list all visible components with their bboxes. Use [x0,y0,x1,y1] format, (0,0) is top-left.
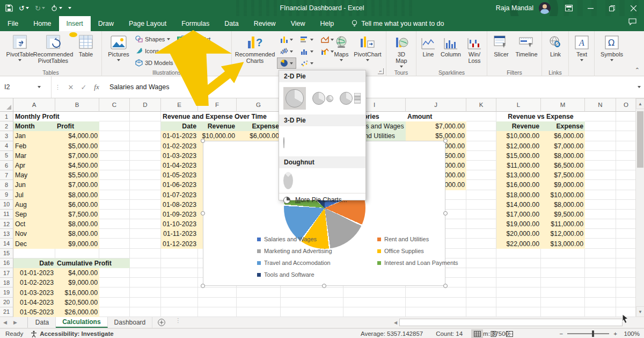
cell-B17[interactable]: $4,000.00 [55,268,99,278]
sparkline-winloss-button[interactable]: Win/ Loss [464,33,485,64]
cell-M4[interactable]: $7,000.00 [541,141,585,151]
ribbon-tab[interactable]: File [0,16,26,31]
row-header-20[interactable]: 20 [0,298,13,307]
cell-E7[interactable]: 01-05-2023 [161,170,198,180]
menu-item-more-pie-charts[interactable]: More Pie Charts... [279,193,365,206]
legend-item[interactable]: Salaries and Wages [257,236,377,242]
cell-E8[interactable]: 01-06-2023 [161,180,198,190]
confirm-entry-icon[interactable]: ✓ [77,83,90,91]
cell-M5[interactable]: $8,000.00 [541,151,585,161]
chart-resize-handle[interactable] [201,284,205,288]
3d-models-button[interactable]: 3D Models [135,59,179,67]
chart-resize-handle[interactable] [443,284,448,288]
cell-A17[interactable]: 01-01-2023 [13,268,55,278]
zoom-slider-thumb[interactable] [592,330,594,337]
avatar[interactable] [539,2,551,14]
cell-J1[interactable]: Amount [406,112,466,121]
sheet-tab[interactable]: Dashboard [108,317,153,328]
cell-L11[interactable]: $17,000.00 [496,210,541,219]
menu-item-3d-pie[interactable] [283,138,284,145]
col-header-A[interactable]: A [13,98,55,112]
legend-item[interactable]: Office Supplies [377,248,458,254]
cell-L7[interactable]: $13,000.00 [496,170,541,180]
col-header-G[interactable]: G [237,98,281,112]
cell-E4[interactable]: 01-02-2023 [161,141,198,151]
cancel-entry-icon[interactable]: ✕ [64,83,77,91]
cell-A16[interactable]: Date [13,258,55,268]
cell-A4[interactable]: Feb [13,141,55,151]
row-header-17[interactable]: 17 [0,268,13,278]
cell-M11[interactable]: $9,500.00 [541,210,585,219]
page-layout-view-button[interactable] [487,329,499,338]
row-header-6[interactable]: 6 [0,161,13,170]
sheet-tab[interactable]: Data [29,317,56,328]
cell-L1[interactable]: Revenue vs Expense [496,112,585,121]
cell-L4[interactable]: $12,000.00 [496,141,541,151]
legend-item[interactable]: Marketing and Advertising [257,248,377,254]
ribbon-tab[interactable]: Draw [91,16,121,31]
ribbon-display-options-icon[interactable] [558,0,580,16]
scroll-down-icon[interactable]: ▼ [636,306,644,317]
horizontal-scrollbar[interactable]: ◀ [392,318,623,327]
cell-B3[interactable]: $4,000.00 [55,131,99,141]
shapes-button[interactable]: Shapes [135,35,170,42]
menu-item-bar-of-pie[interactable] [340,92,361,105]
cell-B9[interactable]: $8,000.00 [55,190,99,200]
cell-B7[interactable]: $5,500.00 [55,170,99,180]
text-button[interactable]: A Text [573,33,591,61]
table-button[interactable]: Table [74,33,98,57]
cell-A13[interactable]: Nov [13,229,55,239]
link-button[interactable]: Link [546,33,565,57]
row-header-13[interactable]: 13 [0,229,13,239]
sheet-nav-right-icon[interactable]: ▶ [10,317,20,328]
menu-item-doughnut[interactable] [283,177,293,184]
zoom-in-icon[interactable]: + [613,330,617,337]
timeline-button[interactable]: Timeline [513,33,540,57]
cell-B20[interactable]: $20,500.00 [55,298,99,307]
cell-A18[interactable]: 01-02-2023 [13,278,55,287]
cell-J2[interactable]: $7,000.00 [406,121,466,131]
cell-G2[interactable]: Expense [237,121,281,131]
legend-item[interactable]: Tools and Software [257,271,377,278]
legend-item[interactable]: Interest and Loan Payments [377,260,458,266]
row-header-7[interactable]: 7 [0,170,13,180]
undo-button[interactable]: ↺ [19,4,29,12]
col-header-M[interactable]: M [541,98,585,112]
pivottable-button[interactable]: PivotTable [4,33,35,61]
sheet-nav-left-icon[interactable]: ◀ [0,317,10,328]
cell-B19[interactable]: $16,000.00 [55,287,99,297]
minimize-button[interactable] [580,0,601,16]
select-all-corner[interactable] [0,98,13,112]
insert-column-chart-button[interactable] [277,34,296,45]
symbols-button[interactable]: Ω Symbols [599,33,625,61]
scroll-left-icon[interactable]: ◀ [392,320,399,325]
cell-A6[interactable]: Apr [13,161,55,170]
row-header-5[interactable]: 5 [0,151,13,161]
chart-resize-handle[interactable] [201,211,205,215]
vertical-scrollbar[interactable]: ▲ ▼ [635,98,644,317]
row-header-11[interactable]: 11 [0,210,13,219]
sparkline-column-button[interactable]: Column [439,33,463,57]
insert-scatter-chart-button[interactable] [297,57,317,69]
ribbon-tab[interactable]: Data [217,16,246,31]
row-header-14[interactable]: 14 [0,239,13,248]
ribbon-tab[interactable]: Help [313,16,342,31]
tell-me-box[interactable]: Tell me what you want to do [351,16,444,31]
comments-icon[interactable] [628,18,636,25]
col-header-L[interactable]: L [496,98,541,112]
row-header-10[interactable]: 10 [0,200,13,210]
sparkline-line-button[interactable]: Line [419,33,438,57]
cell-L10[interactable]: $14,000.00 [496,200,541,210]
vertical-scrollbar-thumb[interactable] [637,111,643,168]
cell-E13[interactable]: 01-11-2023 [161,229,198,239]
name-box[interactable]: I2 [0,76,52,98]
cell-A20[interactable]: 01-04-2023 [13,298,55,307]
3d-map-button[interactable]: 3D Map [391,33,412,68]
name-box-dropdown-icon[interactable] [38,86,41,88]
cell-E10[interactable]: 01-08-2023 [161,200,198,210]
cell-B10[interactable]: $6,000.00 [55,200,99,210]
cell-B2[interactable]: Profit [55,121,99,131]
collapse-ribbon-icon[interactable]: ⌃ [635,67,640,74]
cell-E2[interactable]: Date [161,121,198,131]
cell-A21[interactable]: 01-05-2023 [13,307,55,317]
